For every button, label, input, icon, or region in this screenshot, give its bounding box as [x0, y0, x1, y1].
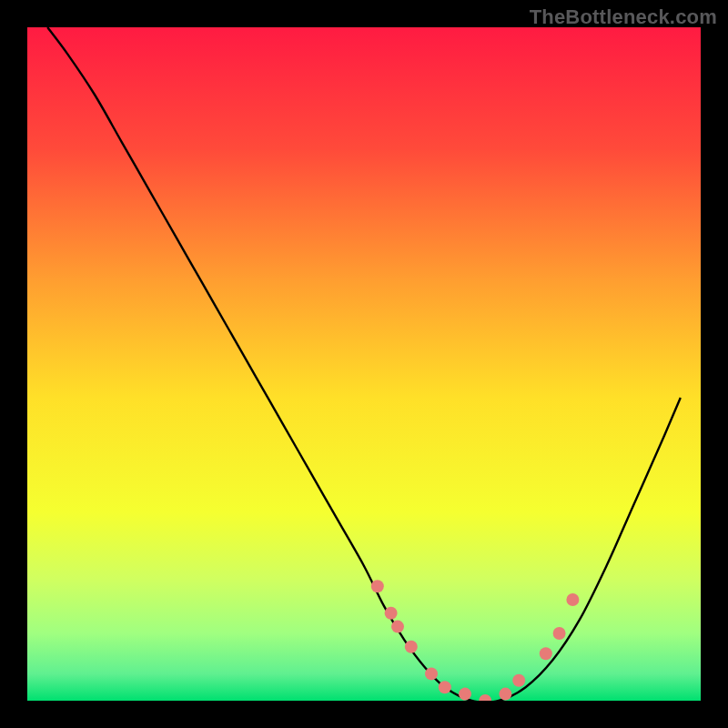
chart-container: TheBottleneck.com: [0, 0, 728, 728]
data-marker: [371, 580, 384, 592]
data-marker: [540, 647, 552, 660]
data-marker: [566, 593, 579, 606]
data-marker: [405, 641, 418, 653]
data-marker: [425, 667, 438, 680]
data-marker: [439, 681, 451, 693]
watermark-text: TheBottleneck.com: [530, 5, 717, 29]
data-marker: [385, 607, 398, 620]
gradient-background: [27, 27, 701, 701]
data-marker: [553, 627, 566, 640]
data-marker: [459, 688, 471, 701]
chart-svg: [27, 27, 701, 701]
plot-area: [27, 27, 701, 701]
data-marker: [499, 688, 511, 701]
data-marker: [391, 621, 404, 633]
data-marker: [512, 674, 525, 687]
